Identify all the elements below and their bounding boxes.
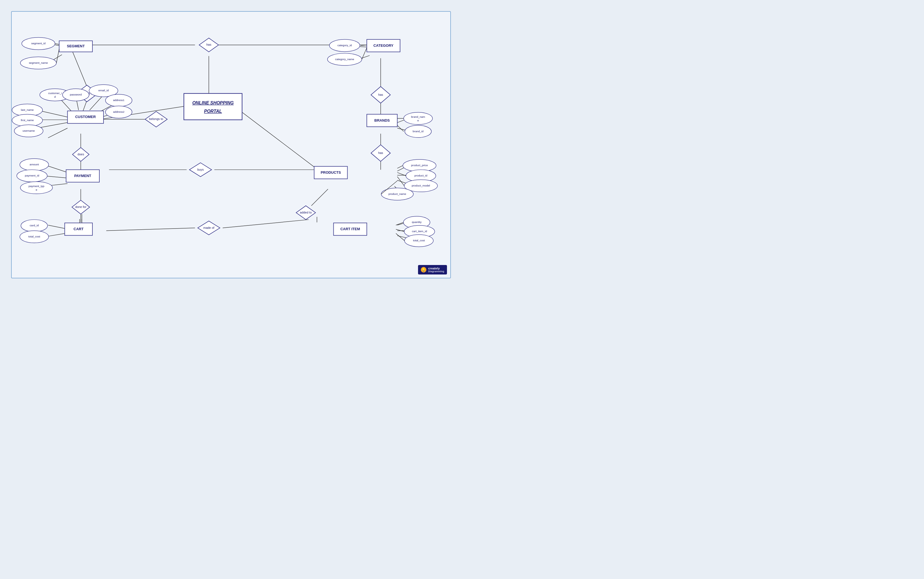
has-top-label: has	[207, 43, 212, 46]
category-id-label: category_id	[338, 44, 352, 47]
email-id-label: email_id	[98, 89, 109, 92]
svg-line-29	[48, 128, 68, 138]
svg-line-28	[37, 123, 68, 128]
product-model-label: product_model	[411, 184, 430, 187]
address1-label: address1	[113, 98, 124, 101]
central-label-1: ONLINE SHOPPING	[192, 100, 234, 105]
product-name-label: product_name	[389, 192, 406, 195]
made-of-label: made of	[204, 226, 215, 229]
customer-label: CUSTOMER	[75, 114, 96, 119]
svg-line-62	[55, 44, 59, 44]
card-id-label: card_id	[30, 224, 39, 227]
brand-name-attr	[403, 112, 433, 124]
category-label: CATEGORY	[374, 43, 393, 47]
product-price-label: product_price	[411, 164, 428, 167]
total-cost-cart-label: total_cost	[28, 235, 40, 238]
svg-line-38	[48, 225, 65, 229]
central-entity	[184, 93, 242, 120]
last-name-label: last_name	[21, 108, 34, 111]
svg-line-52	[362, 47, 367, 59]
segment-name-label: segment_name	[29, 61, 48, 64]
svg-line-57	[397, 177, 404, 186]
svg-line-21	[312, 189, 328, 206]
svg-line-60	[396, 229, 404, 232]
address2-label: address2	[113, 110, 124, 113]
payment-id-label: payment_id	[25, 174, 39, 177]
does-label: does	[77, 152, 84, 156]
svg-line-20	[223, 220, 309, 228]
svg-line-63	[57, 49, 59, 63]
has-brands-label: has	[378, 93, 383, 96]
payment-label: PAYMENT	[74, 174, 91, 178]
payment-type-label: payment_typ	[28, 185, 44, 188]
cart-item-id-label: cart_item_id	[412, 230, 427, 233]
product-id-label: product_id	[415, 174, 427, 177]
diagram-canvas: SEGMENT CUSTOMER PAYMENT CART CART ITEM …	[11, 11, 451, 278]
svg-line-55	[397, 166, 403, 168]
category-name-label: category_name	[335, 57, 354, 61]
added-to-label: added to	[300, 211, 312, 214]
svg-line-9	[234, 106, 314, 167]
central-label-2: PORTAL	[204, 109, 222, 114]
brand-name-label: brand_nam	[411, 115, 425, 118]
logo-icon: 💡	[421, 267, 426, 273]
first-name-label: first_name	[21, 119, 34, 122]
done-for-label: done for	[75, 205, 86, 208]
segment-id-label: segment_id	[31, 42, 46, 45]
buys-label: buys	[198, 168, 204, 171]
svg-line-39	[48, 234, 65, 236]
total-cost-item-label: total_cost	[413, 239, 425, 242]
brands-label: BRANDS	[374, 118, 390, 123]
payment-type-attr	[20, 182, 52, 194]
quantity-label: quantity	[412, 221, 422, 224]
segment-label: SEGMENT	[67, 44, 85, 48]
customer-id-label2: d	[54, 95, 56, 98]
logo-brand: creately Diagramming	[428, 267, 444, 273]
cart-item-label: CART ITEM	[340, 227, 360, 231]
brand-name-label2: e	[417, 119, 419, 122]
products-label: PRODUCTS	[321, 170, 341, 175]
belongs-to-label: belongs to	[149, 117, 163, 121]
has-products-label: has	[378, 151, 383, 154]
brand-id-label: brand_id	[413, 130, 424, 133]
payment-type-label2: e	[36, 188, 37, 191]
creately-logo: 💡 creately Diagramming	[418, 265, 447, 275]
username-label: username	[23, 129, 35, 132]
customer-id-label: customer_i	[48, 92, 62, 95]
amount-label: amount	[29, 163, 39, 166]
cart-label: CART	[73, 227, 83, 231]
svg-line-19	[106, 228, 195, 231]
password-label: password	[70, 93, 82, 96]
